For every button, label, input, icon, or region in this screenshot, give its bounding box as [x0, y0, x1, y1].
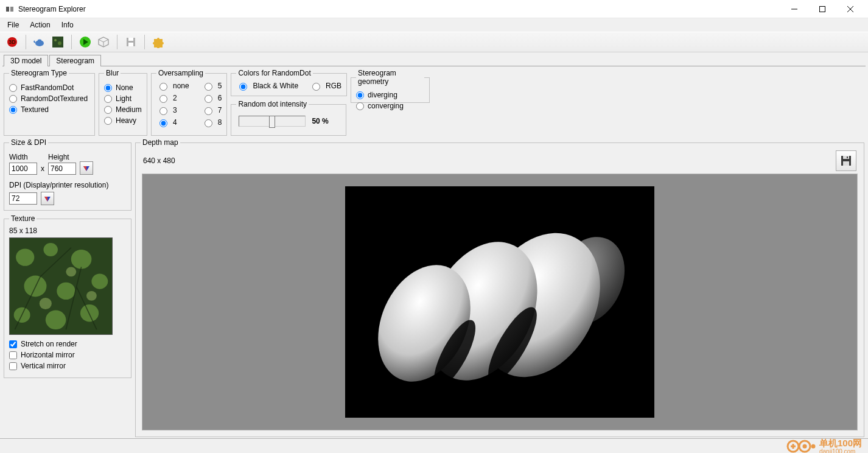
- toolbar: 3D: [0, 32, 868, 52]
- svg-rect-46: [847, 156, 848, 158]
- menu-file[interactable]: File: [2, 19, 25, 30]
- svg-line-16: [99, 40, 103, 42]
- radio-blur-light[interactable]: Light: [104, 94, 142, 103]
- label-height: Height: [48, 153, 76, 161]
- tool-save-icon[interactable]: [122, 33, 139, 51]
- depth-canvas[interactable]: [142, 174, 858, 430]
- toolbar-separator: [26, 35, 26, 49]
- radio-blur-none[interactable]: None: [104, 83, 142, 92]
- minimize-button[interactable]: [780, 0, 808, 18]
- check-hmirror[interactable]: Horizontal mirror: [9, 351, 126, 359]
- label-x: x: [41, 164, 44, 175]
- radio-ov-4[interactable]: 4: [156, 118, 189, 127]
- input-dpi[interactable]: [9, 192, 37, 205]
- menu-action[interactable]: Action: [25, 19, 56, 30]
- radio-fastrandomdot[interactable]: FastRandomDot: [9, 83, 89, 92]
- watermark: 单机100网 danji100.com: [786, 438, 862, 453]
- group-depth-map: Depth map 640 x 480: [135, 138, 864, 437]
- tool-3d-icon[interactable]: 3D: [4, 33, 21, 51]
- tab-3d-model[interactable]: 3D model: [4, 55, 48, 66]
- svg-rect-0: [6, 7, 9, 12]
- legend-stereogram-type: Stereogram Type: [9, 69, 69, 77]
- radio-ov-7[interactable]: 7: [201, 105, 222, 115]
- menu-info[interactable]: Info: [57, 19, 80, 30]
- label-depth-dims: 640 x 480: [143, 156, 175, 165]
- svg-point-42: [86, 291, 97, 301]
- svg-point-35: [80, 304, 99, 321]
- svg-point-58: [802, 444, 807, 449]
- radio-diverging[interactable]: diverging: [356, 91, 424, 99]
- radio-ov-6[interactable]: 6: [201, 93, 222, 103]
- radio-ov-5[interactable]: 5: [201, 81, 222, 91]
- radio-converging[interactable]: converging: [356, 102, 424, 110]
- maximize-button[interactable]: [808, 0, 836, 18]
- group-random-dot-intensity: Random dot intensity 50 %: [231, 100, 346, 136]
- svg-point-29: [71, 250, 92, 269]
- legend-geometry: Stereogram geometry: [356, 69, 424, 86]
- input-height[interactable]: [48, 163, 76, 175]
- check-stretch[interactable]: Stretch on render: [9, 340, 126, 348]
- svg-rect-44: [843, 156, 849, 159]
- legend-colors: Colors for RandomDot: [236, 69, 312, 77]
- svg-rect-20: [128, 38, 133, 41]
- radio-ov-2[interactable]: 2: [156, 93, 189, 103]
- texture-preview[interactable]: [9, 237, 113, 335]
- radio-ov-none[interactable]: none: [156, 81, 189, 91]
- slider-random-dot-intensity[interactable]: [239, 116, 306, 127]
- watermark-icon: [786, 440, 816, 453]
- menubar: File Action Info: [0, 18, 868, 32]
- radio-ov-3[interactable]: 3: [156, 105, 189, 115]
- svg-point-9: [38, 40, 41, 41]
- svg-rect-10: [52, 37, 63, 47]
- legend-blur: Blur: [104, 69, 121, 77]
- radio-color-rgb[interactable]: RGB: [309, 81, 341, 91]
- radio-randomdottextured[interactable]: RandomDotTextured: [9, 94, 89, 103]
- legend-oversampling: Oversampling: [156, 69, 205, 77]
- svg-point-27: [16, 248, 34, 265]
- toolbar-separator: [71, 35, 72, 49]
- label-dpi: DPI (Display/printer resolution): [9, 181, 126, 189]
- tool-play-icon[interactable]: [77, 33, 94, 51]
- svg-text:3D: 3D: [9, 39, 16, 45]
- button-dpi-preset[interactable]: [41, 192, 54, 205]
- app-icon: [5, 4, 15, 14]
- svg-point-34: [46, 311, 66, 330]
- button-save-depth[interactable]: [836, 150, 856, 171]
- tool-texture-icon[interactable]: [49, 33, 66, 51]
- svg-point-30: [91, 273, 108, 289]
- toolbar-separator: [144, 35, 145, 49]
- svg-marker-23: [83, 166, 86, 171]
- group-oversampling: Oversampling none 5 2 6 3 7 4 8: [151, 69, 227, 136]
- svg-point-32: [57, 283, 75, 300]
- group-geometry: Stereogram geometry diverging converging: [351, 69, 430, 103]
- tool-puzzle-icon[interactable]: [150, 33, 167, 51]
- label-texture-dims: 85 x 118: [9, 226, 126, 235]
- radio-ov-8[interactable]: 8: [201, 118, 222, 127]
- button-size-preset[interactable]: [80, 161, 93, 175]
- radio-blur-heavy[interactable]: Heavy: [104, 116, 142, 125]
- tab-stereogram[interactable]: Stereogram: [49, 55, 101, 66]
- svg-point-59: [811, 444, 815, 449]
- radio-blur-medium[interactable]: Medium: [104, 105, 142, 114]
- svg-marker-25: [44, 197, 47, 202]
- tool-teapot-icon[interactable]: [31, 33, 48, 51]
- close-button[interactable]: [836, 0, 864, 18]
- radio-textured[interactable]: Textured: [9, 105, 89, 114]
- input-width[interactable]: [9, 163, 37, 175]
- svg-rect-21: [128, 43, 133, 46]
- svg-point-41: [40, 298, 52, 309]
- group-stereogram-type: Stereogram Type FastRandomDot RandomDotT…: [4, 69, 95, 136]
- check-vmirror[interactable]: Vertical mirror: [9, 362, 126, 370]
- legend-depth-map: Depth map: [141, 138, 180, 147]
- label-width: Width: [9, 153, 37, 161]
- radio-color-bw[interactable]: Black & White: [236, 81, 298, 91]
- tabs: 3D model Stereogram: [0, 52, 868, 66]
- svg-point-40: [66, 267, 76, 276]
- group-size-dpi: Size & DPI Width x Height DPI (Disp: [4, 138, 131, 211]
- svg-point-11: [54, 39, 57, 41]
- legend-rdint: Random dot intensity: [236, 100, 309, 108]
- window-title: Stereogram Explorer: [18, 5, 780, 13]
- svg-point-12: [58, 41, 61, 45]
- svg-rect-3: [820, 6, 825, 12]
- tool-cube-icon[interactable]: [95, 33, 112, 51]
